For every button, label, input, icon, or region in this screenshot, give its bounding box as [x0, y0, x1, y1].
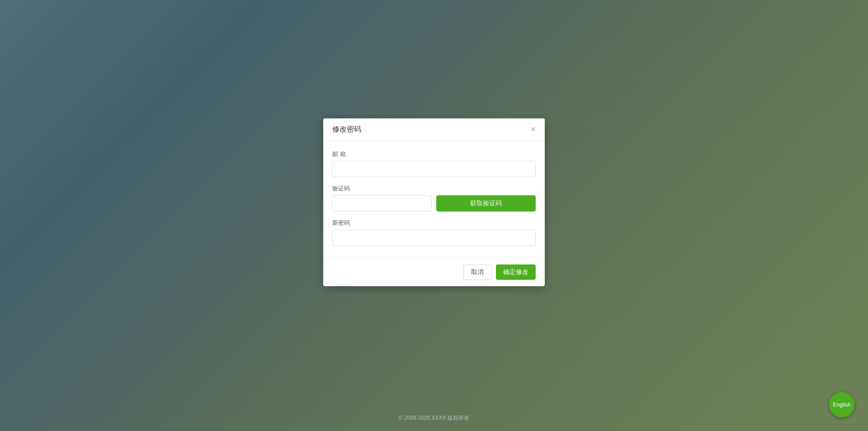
modal-close-button[interactable]: × [531, 125, 536, 133]
get-code-button[interactable]: 获取验证码 [436, 195, 536, 211]
language-button[interactable]: English [829, 392, 854, 417]
verification-label: 验证码 [332, 184, 536, 192]
new-password-label: 新密码 [332, 218, 536, 227]
modal-header: 修改密码 × [323, 118, 545, 141]
email-form-group: 邮 箱 [332, 150, 536, 177]
modal-body: 邮 箱 验证码 获取验证码 新密码 [323, 141, 545, 257]
change-password-modal: 修改密码 × 邮 箱 验证码 获取验证码 新密码 取消 确定修改 [323, 118, 545, 286]
verification-row: 获取验证码 [332, 195, 536, 211]
verification-input[interactable] [332, 195, 432, 211]
new-password-form-group: 新密码 [332, 218, 536, 246]
modal-title: 修改密码 [332, 124, 361, 134]
cancel-button[interactable]: 取消 [463, 264, 491, 279]
email-input[interactable] [332, 161, 536, 177]
new-password-input[interactable] [332, 229, 536, 246]
confirm-button[interactable]: 确定修改 [496, 264, 536, 279]
verification-form-group: 验证码 获取验证码 [332, 184, 536, 211]
email-label: 邮 箱 [332, 150, 536, 158]
modal-footer: 取消 确定修改 [323, 257, 545, 286]
